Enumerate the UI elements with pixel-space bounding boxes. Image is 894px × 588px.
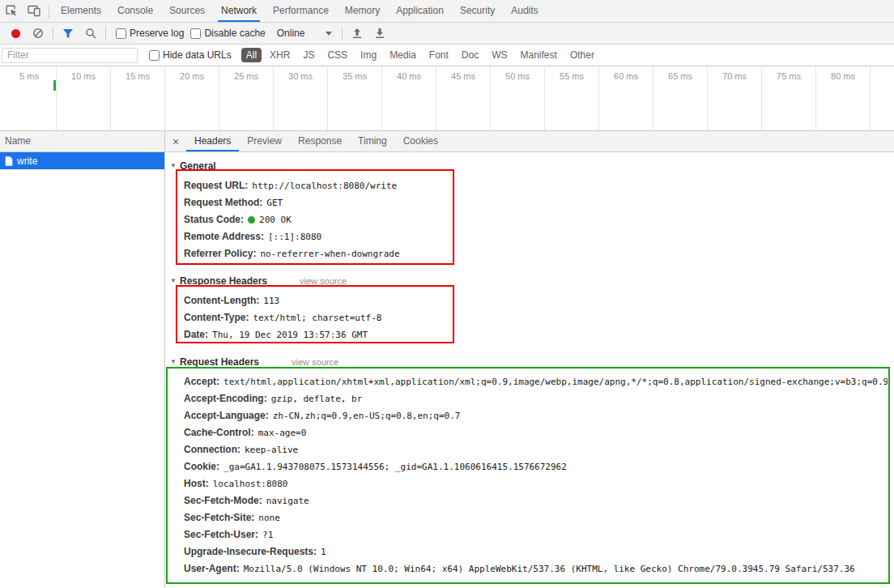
header-name: Sec-Fetch-Site: (184, 512, 254, 523)
name-column-header[interactable]: Name (0, 131, 164, 152)
section-response-headers: ▼ Response Headers view source Content-L… (170, 272, 888, 343)
preserve-log-group: Preserve log (116, 28, 184, 39)
clear-icon[interactable] (27, 23, 49, 44)
header-name: Remote Address: (184, 231, 264, 242)
pill-img[interactable]: Img (355, 48, 381, 62)
timeline-overview[interactable]: 5 ms 10 ms 15 ms 20 ms 25 ms 30 ms 35 ms… (0, 66, 894, 131)
throttling-dropdown[interactable]: Online (277, 28, 333, 39)
search-icon[interactable] (79, 23, 102, 44)
header-name: Content-Length: (184, 295, 259, 306)
request-row-write[interactable]: write (0, 152, 164, 169)
pill-doc[interactable]: Doc (457, 48, 483, 62)
disable-cache-label: Disable cache (204, 28, 265, 39)
response-header-items: Content-Length:113 Content-Type:text/htm… (184, 292, 888, 343)
section-general-title[interactable]: ▼ General (170, 157, 888, 174)
filter-funnel-icon[interactable] (57, 23, 79, 44)
header-item: User-Agent:Mozilla/5.0 (Windows NT 10.0;… (184, 560, 888, 577)
disable-cache-group: Disable cache (190, 28, 265, 39)
timeline-tick: 55 ms (545, 66, 599, 130)
header-item: Request Method:GET (184, 194, 888, 211)
tab-console[interactable]: Console (109, 0, 161, 22)
tab-application[interactable]: Application (388, 0, 452, 22)
detail-tab-preview[interactable]: Preview (239, 131, 290, 151)
timeline-tick-label: 10 ms (71, 71, 96, 81)
hide-data-urls-checkbox[interactable] (149, 50, 160, 61)
export-har-icon[interactable] (368, 23, 391, 44)
timeline-tick-label: 45 ms (451, 71, 475, 81)
header-name: Accept-Language: (184, 410, 269, 421)
timeline-tick-label: 75 ms (777, 71, 801, 81)
section-request-headers-title[interactable]: ▼ Request Headers view source (170, 353, 888, 370)
timeline-tick-label: 15 ms (126, 71, 150, 81)
header-value: _ga=GA1.1.943708075.1573144556; _gid=GA1… (224, 462, 567, 472)
tab-memory[interactable]: Memory (337, 0, 388, 22)
section-response-headers-title[interactable]: ▼ Response Headers view source (170, 272, 888, 289)
tab-network[interactable]: Network (213, 0, 265, 22)
timeline-tick-label: 40 ms (397, 71, 421, 81)
header-value: 200 OK (259, 215, 292, 225)
header-name: User-Agent: (184, 563, 240, 574)
device-toolbar-icon[interactable] (23, 1, 45, 22)
timeline-tick: 20 ms (165, 66, 219, 130)
header-value: none (258, 513, 280, 523)
header-item: Accept:text/html,application/xhtml+xml,a… (184, 373, 888, 390)
timeline-tick: 30 ms (274, 66, 328, 130)
pill-all[interactable]: All (241, 48, 262, 62)
record-icon[interactable] (11, 29, 20, 38)
header-name: Content-Type: (184, 312, 249, 323)
main-tab-bar: Elements Console Sources Network Perform… (0, 0, 894, 23)
timeline-tick: 10 ms (57, 66, 111, 130)
header-name: Connection: (184, 444, 241, 455)
detail-tab-cookies[interactable]: Cookies (395, 131, 446, 151)
pill-xhr[interactable]: XHR (265, 48, 295, 62)
divider (53, 27, 53, 40)
view-source-link[interactable]: view source (292, 357, 338, 367)
tab-performance[interactable]: Performance (265, 0, 337, 22)
header-name: Sec-Fetch-Mode: (184, 495, 262, 506)
tab-audits[interactable]: Audits (503, 0, 546, 22)
tab-sources[interactable]: Sources (161, 0, 213, 22)
filter-input[interactable] (2, 48, 138, 63)
header-name: Cookie: (184, 461, 219, 472)
section-general: ▼ General Request URL:http://localhost:8… (170, 157, 888, 262)
pill-css[interactable]: CSS (322, 48, 352, 62)
search-icon-glyph (85, 28, 96, 39)
close-icon[interactable]: × (165, 135, 186, 148)
header-value: 113 (263, 296, 279, 306)
pill-font[interactable]: Font (424, 48, 453, 62)
header-item: Cookie:_ga=GA1.1.943708075.1573144556; _… (184, 458, 888, 475)
section-title: Response Headers (180, 275, 267, 287)
detail-tab-headers[interactable]: Headers (186, 131, 239, 151)
hide-data-urls-group: Hide data URLs (149, 49, 232, 61)
header-value: no-referrer-when-downgrade (260, 249, 399, 259)
header-value: Mozilla/5.0 (Windows NT 10.0; Win64; x64… (244, 564, 855, 574)
general-items: Request URL:http://localhost:8080/write … (184, 177, 888, 262)
section-request-headers: ▼ Request Headers view source Accept:tex… (170, 353, 888, 577)
view-source-link[interactable]: view source (300, 276, 347, 286)
disclosure-triangle-icon: ▼ (170, 358, 180, 365)
preserve-log-checkbox[interactable] (116, 28, 126, 39)
header-item: Sec-Fetch-Mode:navigate (184, 492, 888, 509)
timeline-tick: 70 ms (708, 66, 762, 130)
tab-security[interactable]: Security (452, 0, 503, 22)
detail-tab-timing[interactable]: Timing (350, 131, 395, 151)
tab-elements[interactable]: Elements (53, 0, 109, 22)
pill-ws[interactable]: WS (487, 48, 512, 62)
header-name: Referrer Policy: (184, 248, 256, 259)
pill-js[interactable]: JS (298, 48, 319, 62)
disable-cache-checkbox[interactable] (190, 28, 201, 39)
pill-other[interactable]: Other (565, 48, 599, 62)
header-item: Sec-Fetch-User:?1 (184, 526, 888, 543)
inspect-element-icon[interactable] (0, 1, 23, 22)
detail-tab-response[interactable]: Response (290, 131, 350, 151)
header-name: Accept-Encoding: (184, 393, 267, 404)
timeline-tick-label: 60 ms (614, 71, 638, 81)
pill-manifest[interactable]: Manifest (516, 48, 562, 62)
import-har-icon[interactable] (346, 23, 368, 44)
header-value: GET (266, 198, 283, 208)
pill-media[interactable]: Media (385, 48, 421, 62)
timeline-tick: 65 ms (653, 66, 708, 130)
header-item: Accept-Language:zh-CN,zh;q=0.9,en-US;q=0… (184, 407, 888, 424)
timeline-tick: 40 ms (382, 66, 436, 130)
detail-tab-bar: × Headers Preview Response Timing Cookie… (165, 131, 894, 152)
